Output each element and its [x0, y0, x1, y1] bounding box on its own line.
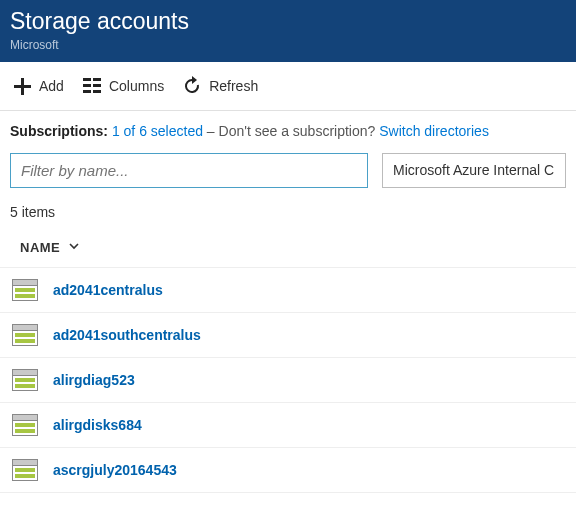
- svg-rect-4: [83, 90, 91, 93]
- storage-account-icon: [12, 414, 38, 436]
- filter-row: Microsoft Azure Internal C: [0, 153, 576, 188]
- svg-rect-3: [93, 84, 101, 87]
- resource-name-link[interactable]: alirgdisks684: [53, 417, 142, 433]
- resource-name-link[interactable]: ad2041centralus: [53, 282, 163, 298]
- table-row[interactable]: ad2041southcentralus: [0, 313, 576, 358]
- svg-rect-23: [13, 459, 38, 465]
- storage-account-icon: [12, 459, 38, 481]
- svg-rect-1: [93, 78, 101, 81]
- name-filter-input[interactable]: [10, 153, 368, 188]
- columns-label: Columns: [109, 78, 164, 94]
- subscriptions-label: Subscriptions:: [10, 123, 108, 139]
- resource-name-link[interactable]: alirgdiag523: [53, 372, 135, 388]
- plus-icon: [12, 76, 32, 96]
- svg-rect-13: [15, 339, 35, 343]
- svg-rect-7: [13, 279, 38, 285]
- table-header[interactable]: NAME: [0, 232, 576, 268]
- table-row[interactable]: alirgdisks684: [0, 403, 576, 448]
- scope-dropdown[interactable]: Microsoft Azure Internal C: [382, 153, 566, 188]
- svg-rect-0: [83, 78, 91, 81]
- subscriptions-selected-link[interactable]: 1 of 6 selected: [112, 123, 203, 139]
- subscriptions-bar: Subscriptions: 1 of 6 selected – Don't s…: [0, 111, 576, 153]
- svg-rect-8: [15, 288, 35, 292]
- table-row[interactable]: ad2041centralus: [0, 268, 576, 313]
- svg-rect-21: [15, 429, 35, 433]
- storage-account-icon: [12, 324, 38, 346]
- add-button[interactable]: Add: [8, 72, 74, 100]
- switch-directories-link[interactable]: Switch directories: [379, 123, 489, 139]
- columns-icon: [82, 77, 102, 95]
- subscriptions-prompt: – Don't see a subscription?: [207, 123, 379, 139]
- chevron-down-icon: [68, 240, 80, 255]
- refresh-label: Refresh: [209, 78, 258, 94]
- svg-rect-17: [15, 384, 35, 388]
- svg-rect-16: [15, 378, 35, 382]
- svg-rect-19: [13, 414, 38, 420]
- svg-rect-25: [15, 474, 35, 478]
- svg-rect-9: [15, 294, 35, 298]
- add-label: Add: [39, 78, 64, 94]
- page-subtitle: Microsoft: [10, 38, 566, 52]
- resource-name-link[interactable]: ad2041southcentralus: [53, 327, 201, 343]
- resource-name-link[interactable]: ascrgjuly20164543: [53, 462, 177, 478]
- table-row[interactable]: alirgdiag523: [0, 358, 576, 403]
- storage-account-icon: [12, 369, 38, 391]
- table-body: ad2041centralus ad2041southcentralus ali…: [0, 268, 576, 493]
- scope-dropdown-value: Microsoft Azure Internal C: [393, 162, 554, 178]
- column-header-name: NAME: [20, 240, 60, 255]
- svg-rect-11: [13, 324, 38, 330]
- svg-rect-15: [13, 369, 38, 375]
- svg-rect-5: [93, 90, 101, 93]
- page-header: Storage accounts Microsoft: [0, 0, 576, 62]
- svg-rect-24: [15, 468, 35, 472]
- svg-rect-12: [15, 333, 35, 337]
- columns-button[interactable]: Columns: [78, 73, 174, 99]
- table-row[interactable]: ascrgjuly20164543: [0, 448, 576, 493]
- svg-rect-20: [15, 423, 35, 427]
- refresh-button[interactable]: Refresh: [178, 72, 268, 100]
- page-title: Storage accounts: [10, 8, 566, 36]
- items-count: 5 items: [0, 198, 576, 232]
- svg-rect-2: [83, 84, 91, 87]
- toolbar: Add Columns Refresh: [0, 62, 576, 111]
- storage-account-icon: [12, 279, 38, 301]
- refresh-icon: [182, 76, 202, 96]
